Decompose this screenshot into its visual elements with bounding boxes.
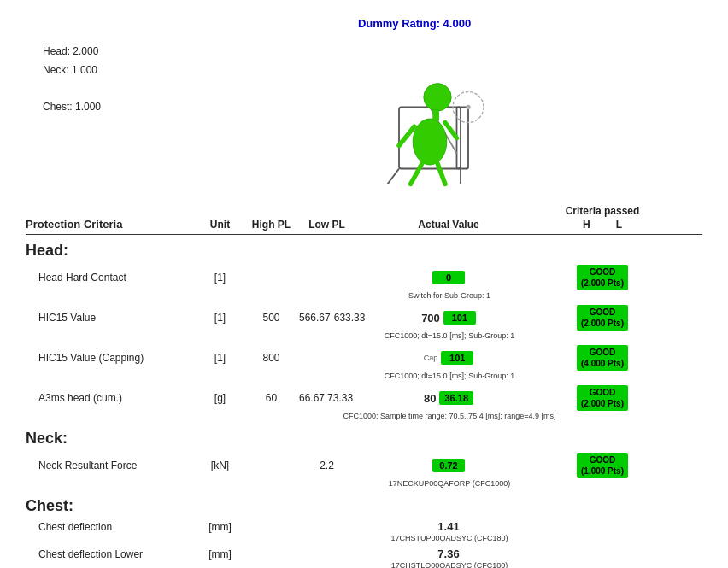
row-a3ms-head: A3ms head (cum.) [g] 60 66.67 73.33 80 3…	[26, 383, 702, 423]
top-section: Head: 2.000 Neck: 1.000 Chest: 1.000 Dum…	[26, 17, 702, 188]
good-badge-H-hic15: GOOD (2.000 Pts)	[577, 305, 628, 331]
actual-chest-deflection: 1.41	[437, 520, 459, 533]
svg-point-6	[424, 84, 451, 111]
row-unit-hic15-capping: [1]	[197, 352, 244, 364]
dummy-labels: Head: 2.000 Neck: 1.000 Chest: 1.000	[43, 43, 101, 116]
good-badge-H-a3ms-head: GOOD (2.000 Pts)	[577, 385, 628, 411]
row-label-hic15-capping: HIC15 Value (Capping)	[26, 352, 197, 364]
dummy-rating: Dummy Rating: 4.000	[358, 17, 471, 30]
badge-head-hard-contact: 0	[432, 271, 465, 284]
row-lowpl-neck-resultant: 2.2	[299, 460, 355, 471]
header-passed: Criteria passed H L	[543, 205, 662, 231]
sub-info-chest-deflection-lower: 17CHSTLO00QADSYC (CFC180)	[26, 561, 702, 568]
row-highpl-a3ms-head: 60	[244, 392, 299, 404]
actual-hic15-capping-cap: Cap	[424, 354, 438, 362]
svg-line-8	[399, 126, 414, 146]
row-unit-neck-resultant: [kN]	[197, 460, 244, 471]
row-unit-a3ms-head: [g]	[197, 392, 244, 404]
row-label-a3ms-head: A3ms head (cum.)	[26, 392, 197, 404]
table-header: Protection Criteria Unit High PL Low PL …	[26, 205, 702, 235]
row-chest-deflection-lower: Chest deflection Lower [mm] 7.36 17CHSTL…	[26, 545, 702, 568]
header-L: L	[616, 219, 622, 231]
row-label-head-hard-contact: Head Hard Contact	[26, 272, 197, 284]
sub-info-chest-deflection: 17CHSTUP00QADSYC (CFC180)	[26, 534, 702, 542]
badge-hic15-capping: 101	[441, 351, 473, 365]
actual-a3ms-main: 80	[424, 392, 436, 405]
header-lowpl: Low PL	[299, 219, 355, 231]
row-label-neck-resultant: Neck Resultant Force	[26, 460, 197, 471]
row-actual-hic15-capping: Cap 101	[355, 351, 543, 365]
svg-point-5	[413, 119, 447, 165]
svg-line-11	[437, 163, 445, 184]
good-badge-H-neck-resultant: GOOD (1.000 Pts)	[577, 453, 628, 478]
row-label-hic15: HIC15 Value	[26, 312, 197, 324]
row-highpl-hic15-capping: 800	[244, 352, 299, 364]
page: Head: 2.000 Neck: 1.000 Chest: 1.000 Dum…	[0, 0, 728, 568]
chest-section-title: Chest:	[26, 497, 702, 515]
actual-chest-deflection-lower: 7.36	[437, 548, 459, 560]
svg-point-13	[466, 105, 470, 109]
head-label: Head: 2.000	[43, 43, 101, 61]
row-label-chest-deflection-lower: Chest deflection Lower	[26, 548, 197, 560]
header-H: H	[583, 219, 590, 231]
header-actual: Actual Value	[355, 219, 543, 231]
row-unit-chest-deflection-lower: [mm]	[197, 548, 244, 560]
header-unit: Unit	[197, 219, 244, 231]
good-badge-H-head-hard-contact: GOOD (2.000 Pts)	[577, 265, 628, 290]
row-unit-chest-deflection: [mm]	[197, 521, 244, 533]
dummy-figure	[338, 34, 491, 188]
chest-label: Chest: 1.000	[43, 98, 101, 117]
header-highpl: High PL	[244, 219, 299, 231]
badge-a3ms-head: 36.18	[439, 391, 473, 405]
row-lowpl-a3ms-head: 66.67 73.33	[299, 392, 355, 404]
svg-line-10	[411, 163, 423, 184]
passed-a3ms-head: GOOD (2.000 Pts)	[543, 385, 662, 411]
actual-hic15-main: 700	[421, 312, 440, 325]
good-badge-H-hic15-capping: GOOD (4.000 Pts)	[577, 345, 628, 371]
sub-info-a3ms-head: CFC1000; Sample time range: 70.5..75.4 […	[26, 412, 702, 420]
badge-hic15: 101	[443, 311, 476, 325]
passed-hic15-capping: GOOD (4.000 Pts)	[543, 345, 662, 371]
dummy-container: Dummy Rating: 4.000	[126, 17, 702, 188]
row-head-hard-contact: Head Hard Contact [1] 0 GOOD (2.000 Pts)…	[26, 262, 702, 302]
neck-label: Neck: 1.000	[43, 61, 101, 80]
row-lowpl-hic15: 566.67 633.33	[299, 312, 355, 324]
sub-info-hic15: CFC1000; dt=15.0 [ms]; Sub-Group: 1	[26, 331, 702, 340]
row-neck-resultant: Neck Resultant Force [kN] 2.2 0.72 GOOD …	[26, 450, 702, 490]
passed-neck-resultant: GOOD (1.000 Pts)	[543, 453, 662, 478]
row-unit-hic15: [1]	[197, 312, 244, 324]
row-actual-chest-deflection: 1.41	[355, 520, 543, 533]
row-actual-neck-resultant: 0.72	[355, 459, 543, 472]
svg-rect-7	[433, 109, 439, 120]
header-criteria: Protection Criteria	[26, 218, 197, 231]
row-actual-head-hard-contact: 0	[355, 271, 543, 284]
passed-head-hard-contact: GOOD (2.000 Pts)	[543, 265, 662, 290]
sub-info-head-hard-contact: Switch for Sub-Group: 1	[26, 291, 702, 300]
head-section-title: Head:	[26, 242, 702, 260]
sub-info-hic15-capping: CFC1000; dt=15.0 [ms]; Sub-Group: 1	[26, 372, 702, 380]
neck-section-title: Neck:	[26, 430, 702, 448]
row-highpl-hic15: 500	[244, 312, 299, 324]
badge-neck-resultant: 0.72	[432, 459, 465, 472]
row-chest-deflection: Chest deflection [mm] 1.41 17CHSTUP00QAD…	[26, 518, 702, 545]
row-actual-chest-deflection-lower: 7.36	[355, 548, 543, 560]
row-hic15: HIC15 Value [1] 500 566.67 633.33 700 10…	[26, 302, 702, 343]
row-hic15-capping: HIC15 Value (Capping) [1] 800 Cap 101 GO…	[26, 343, 702, 383]
row-actual-hic15: 700 101	[355, 311, 543, 325]
sub-info-neck-resultant: 17NECKUP00QAFORP (CFC1000)	[26, 479, 702, 488]
row-actual-a3ms-head: 80 36.18	[355, 391, 543, 405]
row-label-chest-deflection: Chest deflection	[26, 521, 197, 533]
svg-line-2	[388, 169, 400, 184]
passed-hic15: GOOD (2.000 Pts)	[543, 305, 662, 331]
row-unit-head-hard-contact: [1]	[197, 272, 244, 284]
